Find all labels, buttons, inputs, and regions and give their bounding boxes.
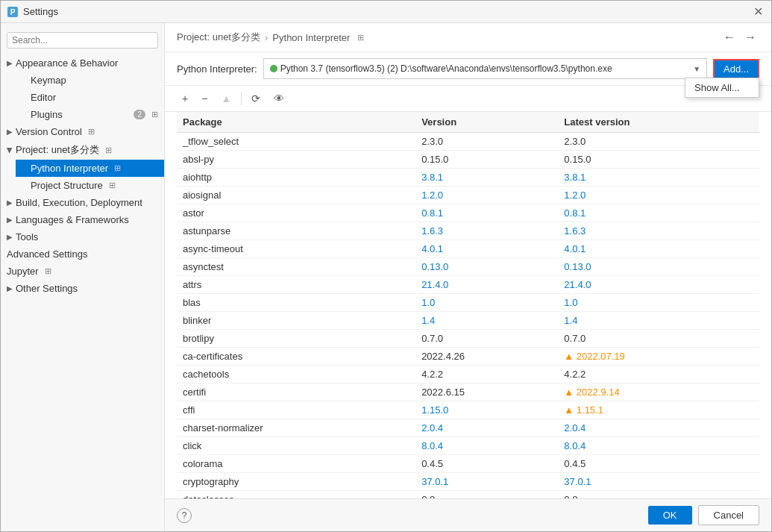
cell-version: 0.13.0 — [415, 258, 558, 276]
cell-package: _tflow_select — [177, 133, 415, 151]
add-package-button[interactable]: + — [177, 90, 193, 107]
table-row[interactable]: certifi2022.6.15▲ 2022.9.14 — [177, 384, 759, 401]
search-box[interactable] — [7, 32, 158, 48]
ps-icon: ⊞ — [109, 181, 116, 190]
sidebar-label: Advanced Settings — [7, 248, 87, 260]
breadcrumb-navigation: ← → — [721, 31, 759, 44]
close-button[interactable]: ✕ — [750, 4, 765, 19]
expand-arrow: ▶ — [6, 147, 14, 153]
table-row[interactable]: colorama0.4.50.4.5 — [177, 455, 759, 473]
back-button[interactable]: ← — [721, 31, 738, 44]
cell-package: certifi — [177, 384, 415, 401]
cell-package: dataclasses — [177, 491, 415, 499]
sidebar-item-project[interactable]: ▶ Project: unet多分类 ⊞ — [1, 140, 164, 160]
sidebar-label: Jupyter — [7, 266, 39, 277]
ok-button[interactable]: OK — [648, 506, 692, 525]
packages-table: Package Version Latest version _tflow_se… — [177, 112, 759, 498]
vc-icon: ⊞ — [88, 127, 95, 137]
sidebar-item-editor[interactable]: Editor — [16, 89, 164, 106]
table-row[interactable]: astor0.8.10.8.1 — [177, 204, 759, 222]
eye-icon: 👁 — [274, 93, 284, 104]
sidebar-item-advanced[interactable]: Advanced Settings — [1, 245, 164, 263]
cell-latest: 4.0.1 — [558, 240, 759, 258]
table-row[interactable]: blinker1.41.4 — [177, 312, 759, 330]
forward-button[interactable]: → — [741, 31, 759, 44]
table-row[interactable]: charset-normalizer2.0.42.0.4 — [177, 419, 759, 437]
cell-package: attrs — [177, 276, 415, 294]
table-row[interactable]: _tflow_select2.3.02.3.0 — [177, 133, 759, 151]
table-row[interactable]: brotlipy0.7.00.7.0 — [177, 330, 759, 348]
sidebar-item-build[interactable]: ▶ Build, Execution, Deployment — [1, 194, 164, 211]
table-row[interactable]: cryptography37.0.137.0.1 — [177, 473, 759, 491]
sidebar-label: Python Interpreter — [31, 163, 108, 174]
cell-package: blinker — [177, 312, 415, 330]
dropdown-menu: Show All... — [685, 78, 759, 98]
cell-version: 21.4.0 — [415, 276, 558, 294]
cell-latest: 4.2.2 — [558, 366, 759, 384]
sidebar-item-appearance[interactable]: ▶ Appearance & Behavior — [1, 54, 164, 72]
sidebar-item-tools[interactable]: ▶ Tools — [1, 228, 164, 245]
status-dot — [270, 65, 277, 72]
add-interpreter-button[interactable]: Add... — [713, 59, 759, 79]
cell-version: 4.0.1 — [415, 240, 558, 258]
table-row[interactable]: asynctest0.13.00.13.0 — [177, 258, 759, 276]
cell-package: click — [177, 437, 415, 455]
sidebar-label: Languages & Frameworks — [16, 214, 129, 225]
breadcrumb: Project: unet多分类 › Python Interpreter ⊞ … — [165, 23, 771, 52]
table-row[interactable]: aiosignal1.2.01.2.0 — [177, 187, 759, 204]
sidebar-item-plugins[interactable]: Plugins 2 ⊞ — [16, 106, 164, 123]
table-row[interactable]: absl-py0.15.00.15.0 — [177, 151, 759, 169]
sidebar-item-other-settings[interactable]: ▶ Other Settings — [1, 280, 164, 297]
table-row[interactable]: ca-certificates2022.4.26▲ 2022.07.19 — [177, 348, 759, 366]
help-button[interactable]: ? — [177, 508, 192, 523]
sidebar-item-languages[interactable]: ▶ Languages & Frameworks — [1, 211, 164, 228]
cell-version: 2.3.0 — [415, 133, 558, 151]
table-row[interactable]: cffi1.15.0▲ 1.15.1 — [177, 401, 759, 419]
jupyter-icon: ⊞ — [45, 266, 51, 276]
table-row[interactable]: dataclasses0.80.8 — [177, 491, 759, 499]
cell-latest: 1.6.3 — [558, 222, 759, 240]
cell-latest: 37.0.1 — [558, 473, 759, 491]
search-input[interactable] — [7, 32, 158, 48]
cancel-button[interactable]: Cancel — [698, 505, 759, 525]
sidebar-item-jupyter[interactable]: Jupyter ⊞ — [1, 263, 164, 280]
cell-latest: 1.2.0 — [558, 187, 759, 204]
cell-latest: ▲ 2022.9.14 — [558, 384, 759, 401]
footer: ? OK Cancel — [165, 498, 771, 531]
sidebar-item-keymap[interactable]: Keymap — [16, 72, 164, 89]
cell-package: absl-py — [177, 151, 415, 169]
sidebar-item-python-interpreter[interactable]: Python Interpreter ⊞ — [16, 160, 164, 177]
refresh-button[interactable]: ⟳ — [246, 90, 266, 107]
expand-arrow: ▶ — [7, 59, 13, 67]
remove-package-button[interactable]: − — [196, 90, 213, 107]
eye-button[interactable]: 👁 — [269, 90, 289, 107]
cell-latest: 21.4.0 — [558, 276, 759, 294]
cell-latest: ▲ 1.15.1 — [558, 401, 759, 419]
upgrade-package-button[interactable]: ▲ — [216, 90, 236, 107]
col-latest[interactable]: Latest version — [558, 112, 759, 133]
cell-version: 3.8.1 — [415, 169, 558, 187]
table-row[interactable]: astunparse1.6.31.6.3 — [177, 222, 759, 240]
col-version[interactable]: Version — [415, 112, 558, 133]
col-package[interactable]: Package — [177, 112, 415, 133]
table-row[interactable]: aiohttp3.8.13.8.1 — [177, 169, 759, 187]
cell-package: astunparse — [177, 222, 415, 240]
cell-package: cryptography — [177, 473, 415, 491]
plugins-badge: 2 — [134, 110, 145, 119]
table-row[interactable]: click8.0.48.0.4 — [177, 437, 759, 455]
interpreter-select[interactable]: Python 3.7 (tensorflow3.5) (2) D:\softwa… — [263, 58, 707, 79]
expand-arrow: ▶ — [7, 284, 13, 292]
sidebar-item-version-control[interactable]: ▶ Version Control ⊞ — [1, 123, 164, 140]
table-row[interactable]: attrs21.4.021.4.0 — [177, 276, 759, 294]
sidebar-label: Build, Execution, Deployment — [16, 197, 142, 208]
table-row[interactable]: blas1.01.0 — [177, 294, 759, 312]
show-all-item[interactable]: Show All... — [685, 78, 759, 97]
cell-version: 0.8.1 — [415, 204, 558, 222]
py-icon: ⊞ — [114, 163, 121, 173]
table-row[interactable]: async-timeout4.0.14.0.1 — [177, 240, 759, 258]
main-content: Project: unet多分类 › Python Interpreter ⊞ … — [165, 23, 771, 531]
sidebar-label: Tools — [16, 231, 38, 242]
table-row[interactable]: cachetools4.2.24.2.2 — [177, 366, 759, 384]
sidebar-item-project-structure[interactable]: Project Structure ⊞ — [16, 177, 164, 194]
cell-latest: 8.0.4 — [558, 437, 759, 455]
